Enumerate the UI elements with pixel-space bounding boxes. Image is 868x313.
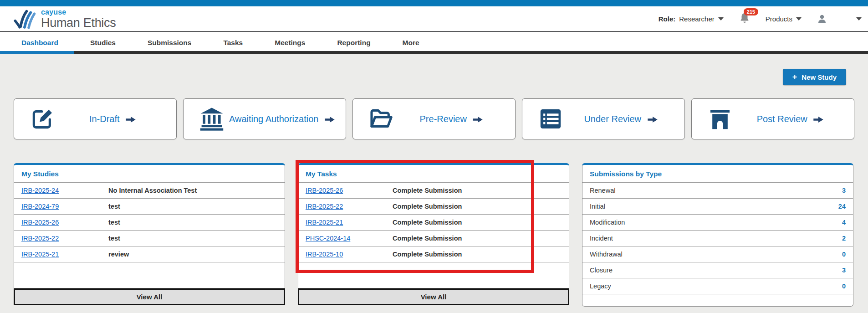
task-name: Complete Submission [393,235,462,242]
tab-tasks[interactable]: Tasks [207,32,259,54]
edit-square-icon [30,106,55,132]
header-collapse-caret-icon[interactable] [856,17,862,21]
list-card-icon [538,106,563,132]
brand-text: cayuse Human Ethics [41,9,116,29]
table-row: PHSC-2024-14 Complete Submission [298,231,569,246]
task-link[interactable]: IRB-2025-26 [306,187,343,194]
tab-dashboard[interactable]: Dashboard [0,32,74,54]
arch-icon [707,106,733,132]
table-row: Initial 24 [582,199,853,215]
task-link[interactable]: PHSC-2024-14 [306,235,350,242]
submission-count: 0 [842,251,846,258]
card-text: Awaiting Authorization [229,114,318,124]
study-link[interactable]: IRB-2025-26 [21,219,59,226]
task-link[interactable]: IRB-2025-22 [306,203,343,210]
study-title: test [108,219,120,226]
submissions-by-type-title: Submissions by Type [582,165,853,183]
submission-type: Withdrawal [590,251,842,258]
task-link[interactable]: IRB-2025-10 [306,251,343,258]
table-row: Withdrawal 0 [582,246,853,262]
bank-icon [199,106,225,132]
my-studies-title: My Studies [14,165,285,183]
role-value: Researcher [679,15,715,23]
table-row: IRB-2025-21 review [14,246,285,262]
submission-type: Initial [590,203,838,210]
task-link[interactable]: IRB-2025-21 [306,219,343,226]
actions-row: + New Study [14,69,854,85]
card-label: Pre-Review [394,113,509,125]
my-studies-view-all-button[interactable]: View All [14,288,285,305]
open-folder-icon [368,106,394,132]
study-title: test [108,235,120,242]
arrow-right-icon [473,116,483,123]
study-link[interactable]: IRB-2025-24 [21,187,59,194]
submission-count: 3 [842,267,846,274]
notifications-button[interactable]: 215 [739,12,750,26]
table-row: IRB-2024-79 test [14,199,285,215]
chevron-down-icon [796,17,802,21]
card-label: In-Draft [55,113,170,125]
card-in-draft[interactable]: In-Draft [14,98,177,139]
task-name: Complete Submission [393,187,462,194]
study-link[interactable]: IRB-2024-79 [21,203,59,210]
brand-logo: cayuse Human Ethics [12,8,116,29]
chevron-down-icon [718,17,724,21]
table-row: Legacy 0 [582,278,853,294]
table-row: IRB-2025-22 Complete Submission [298,199,569,215]
table-row: IRB-2025-21 Complete Submission [298,215,569,231]
tab-reporting[interactable]: Reporting [321,32,386,54]
my-tasks-column: My Tasks IRB-2025-26 Complete Submission… [298,163,569,305]
card-label: Post Review [733,113,848,125]
tab-more[interactable]: More [387,32,435,54]
table-row: Renewal 3 [582,183,853,199]
role-selector[interactable]: Role: Researcher [659,15,724,23]
study-link[interactable]: IRB-2025-21 [21,251,59,258]
card-pre-review[interactable]: Pre-Review [352,98,516,139]
submission-type: Renewal [590,187,842,194]
table-row: IRB-2025-26 test [14,215,285,231]
card-text: Pre-Review [420,114,467,124]
new-study-label: New Study [802,73,837,81]
products-label: Products [766,15,792,23]
study-link[interactable]: IRB-2025-22 [21,235,59,242]
card-post-review[interactable]: Post Review [691,98,854,139]
submission-type: Incident [590,235,842,242]
arrow-right-icon [126,116,136,123]
task-name: Complete Submission [393,251,462,258]
task-name: Complete Submission [393,219,462,226]
card-under-review[interactable]: Under Review [522,98,685,139]
card-text: Post Review [757,114,807,124]
submissions-by-type-column: Submissions by Type Renewal 3 Initial 24… [582,163,853,307]
tab-studies[interactable]: Studies [74,32,132,54]
my-tasks-view-all-button[interactable]: View All [298,288,569,305]
submission-count: 3 [842,187,846,194]
top-accent-bar [0,0,868,6]
new-study-button[interactable]: + New Study [783,69,846,85]
main-nav: Dashboard Studies Submissions Tasks Meet… [0,32,868,54]
my-tasks-panel: My Tasks IRB-2025-26 Complete Submission… [298,163,569,288]
brand-name: cayuse [41,9,116,16]
table-row: Closure 3 [582,262,853,278]
product-name: Human Ethics [41,17,116,29]
arrow-right-icon [648,116,658,123]
table-row: Incident 2 [582,231,853,246]
cayuse-logo-icon [12,8,36,29]
notification-badge: 215 [744,8,758,15]
submissions-by-type-panel: Submissions by Type Renewal 3 Initial 24… [582,163,853,307]
table-row: IRB-2025-10 Complete Submission [298,246,569,262]
my-studies-column: My Studies IRB-2025-24 No Internal Assoc… [14,163,285,305]
my-studies-panel: My Studies IRB-2025-24 No Internal Assoc… [14,163,285,288]
tab-meetings[interactable]: Meetings [259,32,321,54]
tab-submissions[interactable]: Submissions [132,32,207,54]
person-icon [817,14,827,24]
dashboard-content: + New Study In-Draft [0,54,868,307]
card-text: Under Review [584,114,641,124]
card-awaiting-authorization[interactable]: Awaiting Authorization [183,98,346,139]
arrow-right-icon [813,116,823,123]
products-menu[interactable]: Products [766,15,802,23]
app-header: cayuse Human Ethics Role: Researcher 215… [0,6,868,32]
user-menu[interactable] [817,14,827,24]
submission-count: 24 [838,203,846,210]
submission-type: Modification [590,219,842,226]
arrow-right-icon [325,116,335,123]
